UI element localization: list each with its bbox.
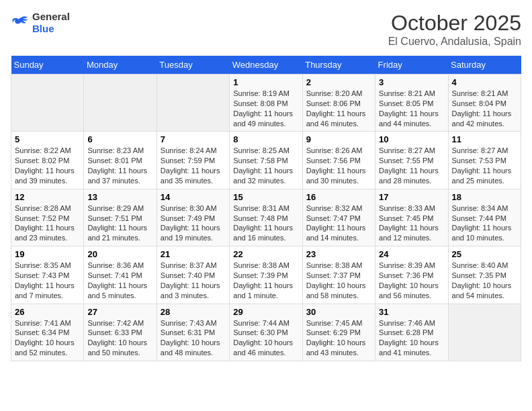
page-header: General Blue October 2025 El Cuervo, And…: [11, 11, 521, 48]
day-info: Sunrise: 8:20 AMSunset: 8:06 PMDaylight:…: [306, 89, 371, 128]
week-row-4: 19Sunrise: 8:35 AMSunset: 7:43 PMDayligh…: [11, 246, 521, 304]
calendar-cell: 26Sunrise: 7:41 AMSunset: 6:34 PMDayligh…: [11, 304, 84, 361]
calendar-cell: 6Sunrise: 8:23 AMSunset: 8:01 PMDaylight…: [84, 132, 157, 189]
logo: General Blue: [11, 11, 70, 35]
calendar-cell: 15Sunrise: 8:31 AMSunset: 7:48 PMDayligh…: [230, 189, 302, 246]
calendar-cell: [157, 75, 229, 132]
day-number: 15: [233, 192, 298, 202]
day-info: Sunrise: 7:44 AMSunset: 6:30 PMDaylight:…: [233, 318, 298, 358]
calendar-cell: 31Sunrise: 7:46 AMSunset: 6:28 PMDayligh…: [375, 304, 448, 361]
day-number: 11: [452, 134, 517, 144]
day-info: Sunrise: 8:38 AMSunset: 7:37 PMDaylight:…: [306, 261, 371, 300]
day-info: Sunrise: 8:33 AMSunset: 7:45 PMDaylight:…: [379, 203, 444, 243]
day-number: 22: [233, 249, 298, 259]
header-monday: Monday: [84, 56, 157, 75]
day-number: 7: [161, 134, 226, 144]
day-info: Sunrise: 7:45 AMSunset: 6:29 PMDaylight:…: [306, 318, 371, 358]
week-row-5: 26Sunrise: 7:41 AMSunset: 6:34 PMDayligh…: [11, 304, 521, 361]
day-number: 21: [161, 249, 226, 259]
day-info: Sunrise: 8:25 AMSunset: 7:58 PMDaylight:…: [233, 146, 298, 185]
calendar-cell: 13Sunrise: 8:29 AMSunset: 7:51 PMDayligh…: [84, 189, 157, 246]
day-info: Sunrise: 8:36 AMSunset: 7:41 PMDaylight:…: [87, 261, 152, 300]
calendar-cell: 3Sunrise: 8:21 AMSunset: 8:05 PMDaylight…: [375, 75, 448, 132]
day-number: 20: [87, 249, 152, 259]
calendar-header-row: SundayMondayTuesdayWednesdayThursdayFrid…: [11, 56, 521, 75]
calendar-cell: 11Sunrise: 8:27 AMSunset: 7:53 PMDayligh…: [448, 132, 521, 189]
calendar-cell: 20Sunrise: 8:36 AMSunset: 7:41 PMDayligh…: [84, 246, 157, 304]
day-info: Sunrise: 8:22 AMSunset: 8:02 PMDaylight:…: [15, 146, 80, 185]
calendar-cell: 18Sunrise: 8:34 AMSunset: 7:44 PMDayligh…: [448, 189, 521, 246]
day-info: Sunrise: 8:27 AMSunset: 7:53 PMDaylight:…: [452, 146, 517, 185]
logo-blue-text: Blue: [32, 23, 54, 34]
calendar-cell: 23Sunrise: 8:38 AMSunset: 7:37 PMDayligh…: [302, 246, 375, 304]
calendar-cell: 22Sunrise: 8:38 AMSunset: 7:39 PMDayligh…: [230, 246, 302, 304]
day-number: 8: [233, 134, 298, 144]
day-number: 31: [379, 307, 444, 317]
day-info: Sunrise: 8:30 AMSunset: 7:49 PMDaylight:…: [161, 203, 226, 243]
header-sunday: Sunday: [11, 56, 84, 75]
day-number: 27: [87, 307, 152, 317]
day-info: Sunrise: 7:43 AMSunset: 6:31 PMDaylight:…: [161, 318, 226, 358]
day-number: 3: [379, 77, 444, 87]
calendar-cell: 24Sunrise: 8:39 AMSunset: 7:36 PMDayligh…: [375, 246, 448, 304]
day-info: Sunrise: 8:26 AMSunset: 7:56 PMDaylight:…: [306, 146, 371, 185]
calendar-cell: 7Sunrise: 8:24 AMSunset: 7:59 PMDaylight…: [157, 132, 229, 189]
day-number: 16: [306, 192, 371, 202]
week-row-1: 1Sunrise: 8:19 AMSunset: 8:08 PMDaylight…: [11, 75, 521, 132]
calendar-cell: 25Sunrise: 8:40 AMSunset: 7:35 PMDayligh…: [448, 246, 521, 304]
day-number: 9: [306, 134, 371, 144]
header-tuesday: Tuesday: [157, 56, 229, 75]
day-number: 1: [233, 77, 298, 87]
day-info: Sunrise: 8:35 AMSunset: 7:43 PMDaylight:…: [15, 261, 80, 300]
day-number: 4: [452, 77, 517, 87]
calendar-cell: 14Sunrise: 8:30 AMSunset: 7:49 PMDayligh…: [157, 189, 229, 246]
day-info: Sunrise: 8:21 AMSunset: 8:05 PMDaylight:…: [379, 89, 444, 128]
week-row-3: 12Sunrise: 8:28 AMSunset: 7:52 PMDayligh…: [11, 189, 521, 246]
day-info: Sunrise: 8:40 AMSunset: 7:35 PMDaylight:…: [452, 261, 517, 300]
calendar-cell: 27Sunrise: 7:42 AMSunset: 6:33 PMDayligh…: [84, 304, 157, 361]
day-info: Sunrise: 8:29 AMSunset: 7:51 PMDaylight:…: [87, 203, 152, 243]
day-number: 29: [233, 307, 298, 317]
week-row-2: 5Sunrise: 8:22 AMSunset: 8:02 PMDaylight…: [11, 132, 521, 189]
logo-bird-icon: [11, 15, 30, 30]
day-number: 5: [15, 134, 80, 144]
day-info: Sunrise: 7:46 AMSunset: 6:28 PMDaylight:…: [379, 318, 444, 358]
day-number: 24: [379, 249, 444, 259]
calendar-cell: 5Sunrise: 8:22 AMSunset: 8:02 PMDaylight…: [11, 132, 84, 189]
calendar-cell: 21Sunrise: 8:37 AMSunset: 7:40 PMDayligh…: [157, 246, 229, 304]
day-info: Sunrise: 7:41 AMSunset: 6:34 PMDaylight:…: [15, 318, 80, 358]
calendar-cell: 2Sunrise: 8:20 AMSunset: 8:06 PMDaylight…: [302, 75, 375, 132]
day-number: 2: [306, 77, 371, 87]
day-number: 30: [306, 307, 371, 317]
calendar-cell: 4Sunrise: 8:21 AMSunset: 8:04 PMDaylight…: [448, 75, 521, 132]
day-number: 25: [452, 249, 517, 259]
calendar-cell: [84, 75, 157, 132]
calendar-cell: [11, 75, 84, 132]
day-info: Sunrise: 8:34 AMSunset: 7:44 PMDaylight:…: [452, 203, 517, 243]
calendar-cell: 12Sunrise: 8:28 AMSunset: 7:52 PMDayligh…: [11, 189, 84, 246]
day-info: Sunrise: 8:39 AMSunset: 7:36 PMDaylight:…: [379, 261, 444, 300]
day-info: Sunrise: 8:21 AMSunset: 8:04 PMDaylight:…: [452, 89, 517, 128]
day-info: Sunrise: 8:37 AMSunset: 7:40 PMDaylight:…: [161, 261, 226, 300]
day-info: Sunrise: 8:32 AMSunset: 7:47 PMDaylight:…: [306, 203, 371, 243]
header-saturday: Saturday: [448, 56, 521, 75]
calendar-cell: 16Sunrise: 8:32 AMSunset: 7:47 PMDayligh…: [302, 189, 375, 246]
day-number: 19: [15, 249, 80, 259]
day-number: 12: [15, 192, 80, 202]
day-number: 14: [161, 192, 226, 202]
day-info: Sunrise: 8:38 AMSunset: 7:39 PMDaylight:…: [233, 261, 298, 300]
day-number: 28: [161, 307, 226, 317]
calendar-cell: [448, 304, 521, 361]
header-wednesday: Wednesday: [230, 56, 302, 75]
day-info: Sunrise: 8:31 AMSunset: 7:48 PMDaylight:…: [233, 203, 298, 243]
day-number: 6: [87, 134, 152, 144]
day-number: 13: [87, 192, 152, 202]
day-info: Sunrise: 8:28 AMSunset: 7:52 PMDaylight:…: [15, 203, 80, 243]
day-number: 17: [379, 192, 444, 202]
day-info: Sunrise: 8:23 AMSunset: 8:01 PMDaylight:…: [87, 146, 152, 185]
calendar-cell: 30Sunrise: 7:45 AMSunset: 6:29 PMDayligh…: [302, 304, 375, 361]
calendar-cell: 9Sunrise: 8:26 AMSunset: 7:56 PMDaylight…: [302, 132, 375, 189]
month-title: October 2025: [388, 11, 521, 36]
calendar-cell: 8Sunrise: 8:25 AMSunset: 7:58 PMDaylight…: [230, 132, 302, 189]
calendar-cell: 28Sunrise: 7:43 AMSunset: 6:31 PMDayligh…: [157, 304, 229, 361]
